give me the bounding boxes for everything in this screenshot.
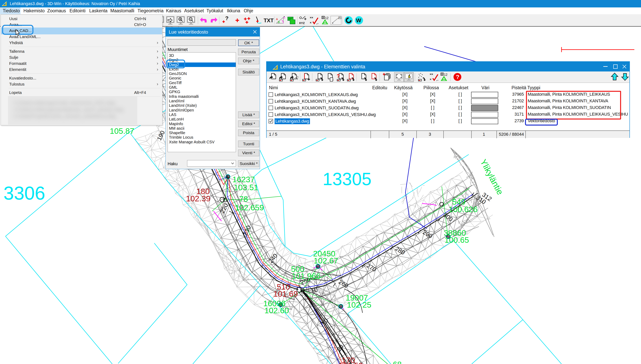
svg-text:B: B (278, 20, 280, 24)
svg-text:102.25: 102.25 (347, 300, 371, 309)
svg-text:?: ? (456, 74, 459, 80)
svg-text:101.966: 101.966 (292, 272, 320, 280)
svg-text:102.60: 102.60 (264, 306, 289, 315)
svg-text:×: × (332, 22, 334, 24)
svg-text:290: 290 (422, 229, 434, 240)
svg-text:105.87: 105.87 (110, 126, 134, 136)
svg-text:260: 260 (337, 278, 350, 290)
svg-text:102.659: 102.659 (235, 203, 264, 212)
svg-text:280: 280 (394, 245, 406, 256)
svg-text:103.51: 103.51 (234, 183, 258, 192)
svg-text:××: ×× (310, 16, 313, 19)
svg-text:68: 68 (393, 360, 402, 364)
svg-text:m²: m² (288, 17, 292, 20)
svg-text:TXT: TXT (264, 18, 274, 24)
svg-text:×: × (430, 78, 432, 81)
svg-text:16237: 16237 (232, 175, 255, 184)
svg-text:13305: 13305 (323, 169, 372, 189)
svg-text:102.67: 102.67 (314, 256, 338, 265)
svg-text:XYZ: XYZ (299, 21, 305, 24)
svg-text:21: 21 (338, 16, 342, 20)
svg-text:270: 270 (365, 262, 377, 273)
svg-text:××: ×× (430, 72, 433, 76)
svg-text:78: 78 (239, 194, 248, 204)
svg-text:×: × (310, 21, 312, 24)
svg-text:101.69: 101.69 (274, 290, 298, 298)
svg-text:W: W (356, 18, 361, 24)
svg-text:101.52: 101.52 (338, 361, 363, 364)
svg-text:Ylikyläntie: Ylikyläntie (478, 158, 505, 196)
svg-text:100.65: 100.65 (444, 236, 469, 244)
svg-text:102.39: 102.39 (186, 194, 210, 203)
svg-text:12: 12 (325, 16, 328, 20)
svg-text:A: A (276, 18, 278, 21)
svg-text:?: ? (225, 16, 228, 21)
svg-text:3306: 3306 (4, 182, 45, 204)
svg-text:12: 12 (444, 73, 448, 76)
svg-text:100.626: 100.626 (448, 205, 478, 214)
svg-text:?: ? (337, 73, 340, 79)
